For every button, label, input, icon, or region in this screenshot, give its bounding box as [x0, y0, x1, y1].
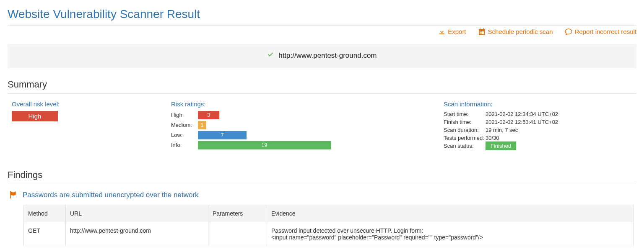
scan-info-heading: Scan information: [444, 100, 636, 108]
rating-row-info: Info: 19 [171, 141, 435, 149]
overall-risk-heading: Overall risk level: [12, 100, 163, 108]
evidence-line-1: Password input detected over unsecure HT… [271, 227, 629, 234]
scan-finish-label: Finish time: [444, 119, 486, 125]
rating-row-medium: Medium: 1 [171, 121, 435, 129]
finding-header[interactable]: Passwords are submitted unencrypted over… [8, 191, 636, 200]
overall-risk-col: Overall risk level: High [8, 100, 163, 121]
overall-risk-badge: High [12, 111, 58, 121]
rating-label-high: High: [171, 112, 198, 118]
summary-divider [8, 93, 636, 94]
comment-icon [565, 28, 572, 35]
title-divider [8, 25, 636, 26]
col-parameters: Parameters [208, 205, 267, 222]
rating-label-low: Low: [171, 132, 198, 138]
scan-start-row: Start time: 2021-02-02 12:34:34 UTC+02 [444, 111, 636, 117]
cell-method: GET [24, 222, 66, 246]
target-url: http://www.pentest-ground.com [278, 51, 377, 59]
col-method: Method [24, 205, 66, 222]
export-label: Export [448, 28, 466, 35]
risk-ratings-col: Risk ratings: High: 3 Medium: 1 Low: 7 I… [171, 100, 435, 151]
rating-bar-medium: 1 [198, 121, 206, 129]
findings-heading: Findings [8, 170, 636, 180]
cell-evidence: Password input detected over unsecure HT… [267, 222, 634, 246]
finding-title: Passwords are submitted unencrypted over… [23, 191, 199, 199]
rating-bar-low: 7 [198, 131, 247, 139]
rating-bar-info: 19 [198, 141, 331, 149]
report-label: Report incorrect result [574, 28, 636, 35]
flag-icon [9, 191, 17, 200]
cell-url: http://www.pentest-ground.com [66, 222, 208, 246]
summary-row: Overall risk level: High Risk ratings: H… [8, 100, 636, 151]
actions-bar: Export Schedule periodic scan Report inc… [8, 28, 636, 36]
finding-table: Method URL Parameters Evidence GET http:… [23, 205, 634, 246]
col-evidence: Evidence [267, 205, 634, 222]
scan-finish-row: Finish time: 2021-02-02 12:53:41 UTC+02 [444, 119, 636, 125]
rating-row-low: Low: 7 [171, 131, 435, 139]
scan-duration-row: Scan duration: 19 min, 7 sec [444, 127, 636, 133]
export-button[interactable]: Export [439, 28, 466, 35]
scan-status-badge: Finished [486, 141, 516, 150]
cell-parameters [208, 222, 267, 246]
report-button[interactable]: Report incorrect result [565, 28, 636, 35]
risk-ratings-heading: Risk ratings: [171, 100, 435, 108]
summary-heading: Summary [8, 79, 636, 90]
scan-status-label: Scan status: [444, 143, 486, 149]
scan-finish-value: 2021-02-02 12:53:41 UTC+02 [486, 119, 558, 125]
evidence-line-2: <input name="password" placeholder="Pass… [271, 234, 629, 241]
download-icon [439, 28, 445, 35]
schedule-button[interactable]: Schedule periodic scan [478, 28, 553, 35]
scan-duration-value: 19 min, 7 sec [486, 127, 518, 133]
rating-label-info: Info: [171, 142, 198, 148]
schedule-label: Schedule periodic scan [488, 28, 553, 35]
scan-tests-row: Tests performed: 30/30 [444, 135, 636, 141]
rating-bar-high: 3 [198, 111, 219, 119]
scan-duration-label: Scan duration: [444, 127, 486, 133]
rating-row-high: High: 3 [171, 111, 435, 119]
col-url: URL [66, 205, 208, 222]
scan-info-col: Scan information: Start time: 2021-02-02… [444, 100, 636, 151]
rating-label-medium: Medium: [171, 122, 198, 128]
scan-tests-value: 30/30 [486, 135, 499, 141]
findings-divider [8, 184, 636, 184]
scan-tests-label: Tests performed: [444, 135, 486, 141]
page-title: Website Vulnerability Scanner Result [8, 8, 636, 21]
table-row: GET http://www.pentest-ground.com Passwo… [24, 222, 634, 246]
calendar-icon [478, 28, 485, 35]
check-icon [267, 52, 274, 61]
target-bar: http://www.pentest-ground.com [8, 44, 636, 68]
scan-status-row: Scan status: Finished [444, 143, 636, 149]
scan-start-label: Start time: [444, 111, 486, 117]
table-header-row: Method URL Parameters Evidence [24, 205, 634, 222]
scan-start-value: 2021-02-02 12:34:34 UTC+02 [486, 111, 558, 117]
